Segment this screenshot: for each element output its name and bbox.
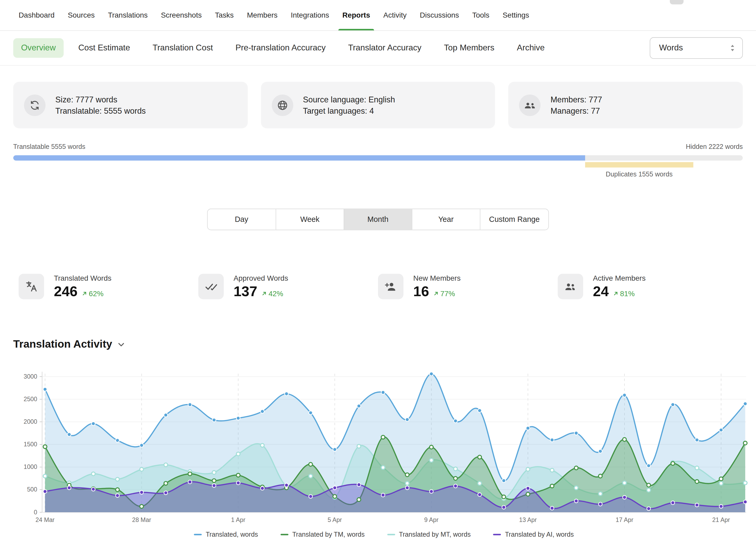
header-cropped-element	[670, 0, 684, 4]
svg-text:2000: 2000	[24, 418, 37, 425]
duplicates-bar	[585, 162, 693, 168]
units-select[interactable]: Words	[650, 37, 743, 59]
svg-text:1000: 1000	[24, 463, 37, 470]
stat-trend: 62%	[82, 289, 103, 298]
legend-swatch	[281, 534, 288, 535]
report-tab-pre-translation-accuracy[interactable]: Pre-translation Accuracy	[228, 38, 333, 58]
stat-translated-words: Translated Words24662%	[19, 274, 198, 300]
svg-text:500: 500	[27, 486, 37, 493]
svg-text:9 Apr: 9 Apr	[424, 516, 439, 523]
stat-active-members: Active Members2481%	[558, 274, 738, 300]
progress-bar	[13, 155, 743, 161]
stat-value: 246	[54, 284, 77, 300]
activity-area-chart: 05001000150020002500300024 Mar28 Mar1 Ap…	[12, 359, 754, 526]
progress-bar-translatable	[13, 155, 585, 161]
trend-up-icon	[262, 291, 267, 296]
legend-label: Translated by MT, words	[399, 531, 471, 538]
translatable-progress: Translatable 5555 words Hidden 2222 word…	[13, 143, 743, 168]
nav-item-discussions[interactable]: Discussions	[420, 0, 459, 30]
range-tab-month[interactable]: Month	[344, 209, 412, 229]
stat-trend-value: 77%	[440, 289, 455, 298]
svg-text:1500: 1500	[24, 441, 37, 448]
nav-item-activity[interactable]: Activity	[383, 0, 407, 30]
chevron-down-icon[interactable]	[117, 340, 125, 348]
svg-text:28 Mar: 28 Mar	[132, 516, 151, 523]
translation-activity-chart: 05001000150020002500300024 Mar28 Mar1 Ap…	[12, 359, 756, 538]
progress-left-label: Translatable 5555 words	[13, 143, 85, 150]
report-tab-overview[interactable]: Overview	[13, 38, 64, 58]
legend-item-translated-words[interactable]: Translated, words	[194, 531, 258, 538]
stat-label: Translated Words	[54, 274, 111, 282]
info-card-text: Size: 7777 wordsTranslatable: 5555 words	[55, 94, 146, 116]
info-card-size: Size: 7777 wordsTranslatable: 5555 words	[13, 82, 248, 128]
legend-label: Translated by AI, words	[505, 531, 574, 538]
info-card-text: Source language: EnglishTarget languages…	[303, 94, 395, 116]
legend-swatch	[387, 534, 395, 535]
info-card-text: Members: 777Managers: 77	[550, 94, 602, 116]
nav-item-sources[interactable]: Sources	[68, 0, 95, 30]
stat-value-row: 2481%	[593, 284, 646, 300]
nav-item-dashboard[interactable]: Dashboard	[19, 0, 55, 30]
stat-value-row: 13742%	[234, 284, 288, 300]
stat-new-members: New Members1677%	[378, 274, 558, 300]
range-tab-custom-range[interactable]: Custom Range	[480, 209, 549, 229]
top-navigation: DashboardSourcesTranslationsScreenshotsT…	[0, 0, 756, 31]
page: DashboardSourcesTranslationsScreenshotsT…	[0, 0, 756, 549]
chart-legend: Translated, wordsTranslated by TM, words…	[12, 531, 756, 538]
range-tab-year[interactable]: Year	[412, 209, 480, 229]
stat-value-row: 24662%	[54, 284, 111, 300]
range-tab-week[interactable]: Week	[276, 209, 344, 229]
nav-item-settings[interactable]: Settings	[503, 0, 529, 30]
nav-item-tasks[interactable]: Tasks	[215, 0, 234, 30]
report-tabs: OverviewCost EstimateTranslation CostPre…	[13, 38, 552, 58]
info-card-source-language: Source language: EnglishTarget languages…	[261, 82, 495, 128]
main-nav: DashboardSourcesTranslationsScreenshotsT…	[19, 0, 529, 30]
svg-text:1 Apr: 1 Apr	[231, 516, 245, 523]
trend-up-icon	[433, 291, 439, 296]
nav-item-members[interactable]: Members	[247, 0, 278, 30]
range-tab-day[interactable]: Day	[207, 209, 275, 229]
stat-label: New Members	[413, 274, 460, 282]
svg-text:0: 0	[34, 509, 37, 516]
members-icon	[519, 94, 541, 116]
stat-trend-value: 81%	[620, 289, 635, 298]
nav-item-reports[interactable]: Reports	[342, 0, 370, 30]
stat-label: Active Members	[593, 274, 646, 282]
report-tab-top-members[interactable]: Top Members	[436, 38, 502, 58]
stat-body: Approved Words13742%	[234, 274, 288, 300]
info-card-line: Size: 7777 words	[55, 94, 146, 105]
double-check-icon	[198, 274, 224, 299]
legend-label: Translated by TM, words	[292, 531, 365, 538]
svg-text:21 Apr: 21 Apr	[712, 516, 730, 523]
nav-item-tools[interactable]: Tools	[472, 0, 489, 30]
globe-icon	[272, 94, 293, 116]
stat-body: New Members1677%	[413, 274, 460, 300]
report-subnav: OverviewCost EstimateTranslation CostPre…	[0, 31, 756, 66]
stat-value: 137	[234, 284, 257, 300]
nav-item-integrations[interactable]: Integrations	[291, 0, 329, 30]
svg-text:3000: 3000	[24, 373, 37, 380]
progress-right-label: Hidden 2222 words	[686, 143, 743, 150]
nav-item-screenshots[interactable]: Screenshots	[161, 0, 202, 30]
stat-approved-words: Approved Words13742%	[198, 274, 378, 300]
stat-trend: 42%	[262, 289, 283, 298]
legend-item-translated-by-tm-words[interactable]: Translated by TM, words	[281, 531, 365, 538]
report-tab-archive[interactable]: Archive	[509, 38, 552, 58]
legend-item-translated-by-ai-words[interactable]: Translated by AI, words	[493, 531, 574, 538]
svg-text:17 Apr: 17 Apr	[616, 516, 633, 523]
nav-item-translations[interactable]: Translations	[108, 0, 148, 30]
units-select-value: Words	[659, 43, 683, 53]
legend-item-translated-by-mt-words[interactable]: Translated by MT, words	[387, 531, 471, 538]
report-tab-cost-estimate[interactable]: Cost Estimate	[70, 38, 138, 58]
svg-text:24 Mar: 24 Mar	[35, 516, 55, 523]
svg-text:13 Apr: 13 Apr	[519, 516, 537, 523]
svg-text:5 Apr: 5 Apr	[328, 516, 342, 523]
legend-swatch	[194, 534, 202, 535]
report-tab-translator-accuracy[interactable]: Translator Accuracy	[340, 38, 429, 58]
info-card-line: Members: 777	[550, 94, 602, 105]
duplicates-row: Duplicates 1555 words	[13, 162, 743, 168]
info-cards: Size: 7777 wordsTranslatable: 5555 words…	[0, 66, 756, 128]
report-tab-translation-cost[interactable]: Translation Cost	[145, 38, 221, 58]
info-card-line: Target languages: 4	[303, 105, 395, 116]
stat-trend: 81%	[613, 289, 635, 298]
